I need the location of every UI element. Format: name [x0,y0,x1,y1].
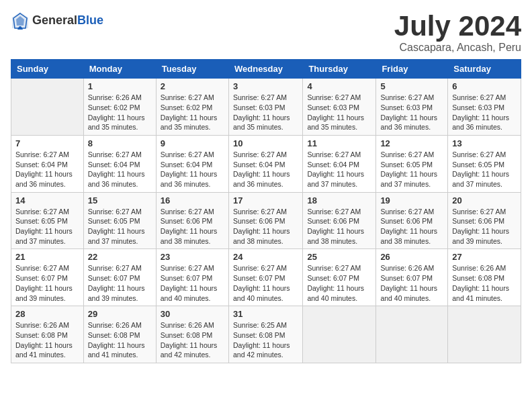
day-number: 7 [15,138,79,148]
day-info: Sunrise: 6:27 AM Sunset: 6:07 PM Dayligh… [88,263,152,303]
calendar-cell: 29Sunrise: 6:26 AM Sunset: 6:08 PM Dayli… [83,306,156,363]
calendar-cell: 28Sunrise: 6:26 AM Sunset: 6:08 PM Dayli… [11,306,84,363]
day-info: Sunrise: 6:27 AM Sunset: 6:07 PM Dayligh… [307,263,371,303]
logo-general: General [32,13,77,28]
day-info: Sunrise: 6:27 AM Sunset: 6:05 PM Dayligh… [380,150,443,189]
day-info: Sunrise: 6:27 AM Sunset: 6:04 PM Dayligh… [233,150,298,189]
calendar-cell: 22Sunrise: 6:27 AM Sunset: 6:07 PM Dayli… [83,249,156,306]
day-info: Sunrise: 6:27 AM Sunset: 6:06 PM Dayligh… [452,207,517,246]
title-area: July 2024 Cascapara, Ancash, Peru [394,11,521,54]
day-info: Sunrise: 6:26 AM Sunset: 6:08 PM Dayligh… [88,320,152,360]
day-info: Sunrise: 6:27 AM Sunset: 6:06 PM Dayligh… [307,207,371,246]
day-info: Sunrise: 6:26 AM Sunset: 6:07 PM Dayligh… [380,263,443,303]
calendar-cell: 12Sunrise: 6:27 AM Sunset: 6:05 PM Dayli… [376,135,448,192]
calendar-cell: 11Sunrise: 6:27 AM Sunset: 6:04 PM Dayli… [303,135,376,192]
day-number: 19 [380,195,443,205]
calendar-cell: 30Sunrise: 6:26 AM Sunset: 6:08 PM Dayli… [156,306,228,363]
day-number: 17 [233,195,298,205]
weekday-header-monday: Monday [83,60,156,79]
calendar-cell: 5Sunrise: 6:27 AM Sunset: 6:03 PM Daylig… [376,79,448,136]
calendar-cell: 20Sunrise: 6:27 AM Sunset: 6:06 PM Dayli… [448,192,521,249]
day-number: 8 [88,138,152,148]
calendar-cell [303,306,376,363]
weekday-header-thursday: Thursday [303,60,376,79]
day-number: 4 [307,81,371,91]
day-number: 2 [161,81,224,91]
day-info: Sunrise: 6:27 AM Sunset: 6:03 PM Dayligh… [233,93,298,132]
day-info: Sunrise: 6:26 AM Sunset: 6:08 PM Dayligh… [452,263,517,303]
calendar-week-row: 14Sunrise: 6:27 AM Sunset: 6:05 PM Dayli… [11,192,521,249]
calendar-cell [376,306,448,363]
day-info: Sunrise: 6:27 AM Sunset: 6:04 PM Dayligh… [307,150,371,189]
day-number: 25 [307,252,371,262]
day-info: Sunrise: 6:27 AM Sunset: 6:06 PM Dayligh… [233,207,298,246]
day-number: 13 [452,138,517,148]
calendar-table: SundayMondayTuesdayWednesdayThursdayFrid… [11,59,521,363]
day-info: Sunrise: 6:27 AM Sunset: 6:07 PM Dayligh… [15,263,79,303]
calendar-week-row: 28Sunrise: 6:26 AM Sunset: 6:08 PM Dayli… [11,306,521,363]
calendar-cell: 27Sunrise: 6:26 AM Sunset: 6:08 PM Dayli… [448,249,521,306]
day-info: Sunrise: 6:27 AM Sunset: 6:04 PM Dayligh… [161,150,224,189]
calendar-cell [448,306,521,363]
calendar-cell: 25Sunrise: 6:27 AM Sunset: 6:07 PM Dayli… [303,249,376,306]
day-number: 23 [161,252,224,262]
day-number: 31 [233,309,298,319]
day-number: 9 [161,138,224,148]
calendar-cell: 23Sunrise: 6:27 AM Sunset: 6:07 PM Dayli… [156,249,228,306]
day-number: 30 [161,309,224,319]
day-number: 11 [307,138,371,148]
day-info: Sunrise: 6:27 AM Sunset: 6:07 PM Dayligh… [233,263,298,303]
calendar-cell: 4Sunrise: 6:27 AM Sunset: 6:03 PM Daylig… [303,79,376,136]
day-number: 28 [15,309,79,319]
weekday-header-wednesday: Wednesday [228,60,302,79]
weekday-header-row: SundayMondayTuesdayWednesdayThursdayFrid… [11,60,521,79]
day-number: 10 [233,138,298,148]
day-info: Sunrise: 6:27 AM Sunset: 6:06 PM Dayligh… [380,207,443,246]
day-number: 15 [88,195,152,205]
weekday-header-friday: Friday [376,60,448,79]
day-number: 3 [233,81,298,91]
day-number: 18 [307,195,371,205]
day-info: Sunrise: 6:27 AM Sunset: 6:02 PM Dayligh… [161,93,224,132]
logo-text: General Blue [32,13,103,28]
calendar-cell: 9Sunrise: 6:27 AM Sunset: 6:04 PM Daylig… [156,135,228,192]
calendar-cell: 1Sunrise: 6:26 AM Sunset: 6:02 PM Daylig… [83,79,156,136]
day-number: 20 [452,195,517,205]
logo-blue: Blue [77,13,103,28]
day-number: 26 [380,252,443,262]
calendar-cell [11,79,84,136]
calendar-cell: 21Sunrise: 6:27 AM Sunset: 6:07 PM Dayli… [11,249,84,306]
day-number: 24 [233,252,298,262]
calendar-title: July 2024 [394,11,521,42]
calendar-week-row: 1Sunrise: 6:26 AM Sunset: 6:02 PM Daylig… [11,79,521,136]
day-info: Sunrise: 6:26 AM Sunset: 6:08 PM Dayligh… [161,320,224,360]
calendar-cell: 8Sunrise: 6:27 AM Sunset: 6:04 PM Daylig… [83,135,156,192]
day-info: Sunrise: 6:27 AM Sunset: 6:03 PM Dayligh… [380,93,443,132]
day-info: Sunrise: 6:27 AM Sunset: 6:04 PM Dayligh… [88,150,152,189]
calendar-cell: 6Sunrise: 6:27 AM Sunset: 6:03 PM Daylig… [448,79,521,136]
weekday-header-tuesday: Tuesday [156,60,228,79]
header: General Blue July 2024 Cascapara, Ancash… [11,11,521,54]
day-number: 21 [15,252,79,262]
logo-icon [11,11,30,30]
calendar-cell: 13Sunrise: 6:27 AM Sunset: 6:05 PM Dayli… [448,135,521,192]
day-number: 6 [452,81,517,91]
logo: General Blue [11,11,103,30]
calendar-cell: 18Sunrise: 6:27 AM Sunset: 6:06 PM Dayli… [303,192,376,249]
calendar-cell: 16Sunrise: 6:27 AM Sunset: 6:06 PM Dayli… [156,192,228,249]
weekday-header-sunday: Sunday [11,60,84,79]
day-number: 29 [88,309,152,319]
day-info: Sunrise: 6:27 AM Sunset: 6:04 PM Dayligh… [15,150,79,189]
day-number: 22 [88,252,152,262]
weekday-header-saturday: Saturday [448,60,521,79]
day-info: Sunrise: 6:27 AM Sunset: 6:06 PM Dayligh… [161,207,224,246]
calendar-cell: 15Sunrise: 6:27 AM Sunset: 6:05 PM Dayli… [83,192,156,249]
calendar-week-row: 7Sunrise: 6:27 AM Sunset: 6:04 PM Daylig… [11,135,521,192]
day-number: 1 [88,81,152,91]
day-number: 14 [15,195,79,205]
calendar-cell: 31Sunrise: 6:25 AM Sunset: 6:08 PM Dayli… [228,306,302,363]
calendar-subtitle: Cascapara, Ancash, Peru [394,42,521,54]
day-info: Sunrise: 6:25 AM Sunset: 6:08 PM Dayligh… [233,320,298,360]
day-info: Sunrise: 6:27 AM Sunset: 6:05 PM Dayligh… [452,150,517,189]
calendar-cell: 26Sunrise: 6:26 AM Sunset: 6:07 PM Dayli… [376,249,448,306]
